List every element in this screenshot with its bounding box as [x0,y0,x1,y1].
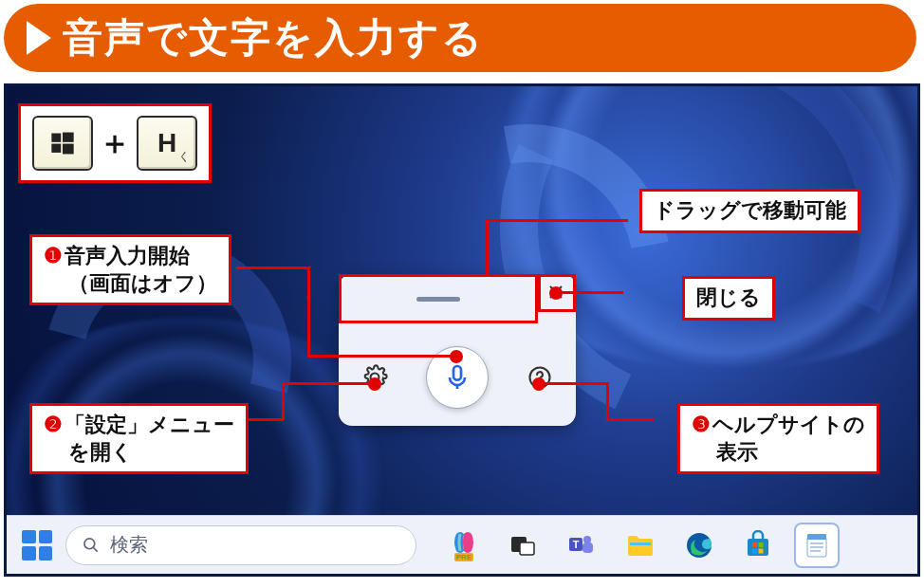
annotation-1: ❶音声入力開始 （画面はオフ） [29,234,231,305]
key-label: H [157,128,176,158]
h-key: H く [137,116,197,171]
copilot-icon: PRE [447,528,481,562]
taskbar-search[interactable]: 検索 [65,525,416,565]
svg-text:T: T [573,539,580,550]
svg-rect-0 [51,134,61,142]
folder-icon [624,529,656,561]
edge-button[interactable] [678,524,720,566]
store-button[interactable] [737,524,779,566]
drag-handle-area[interactable] [339,274,538,323]
svg-rect-18 [748,539,768,556]
taskview-button[interactable] [502,524,544,566]
svg-rect-21 [752,548,757,553]
notepad-button[interactable] [796,524,838,566]
desktop-screenshot: ＋ H く ドラッグで移動可能 閉じる ❶音声入力開始 （画面はオフ） ❷「設定… [4,83,920,577]
annotation-3: ❸ヘルプサイトの 表示 [677,403,879,474]
store-icon [743,530,773,560]
annotation-2: ❷「設定」メニュー を開く [29,403,249,474]
svg-rect-16 [630,542,651,545]
annotation-close: 閉じる [682,276,775,321]
svg-text:PRE: PRE [456,553,472,561]
svg-point-14 [583,536,591,543]
svg-rect-2 [51,144,61,153]
svg-rect-20 [759,542,764,547]
annotation-drag: ドラッグで移動可能 [639,189,860,233]
edge-icon [684,530,714,560]
explorer-button[interactable] [619,524,661,566]
svg-rect-3 [63,144,74,155]
taskview-icon [508,531,537,560]
key-sublabel: く [178,149,190,165]
search-placeholder: 検索 [110,532,148,558]
svg-rect-15 [582,542,593,553]
svg-rect-24 [807,534,826,540]
copilot-button[interactable]: PRE [443,524,485,566]
taskbar: 検索 PRE T [7,515,917,574]
section-title: 音声で文字を入力する [63,11,484,64]
shortcut-key-callout: ＋ H く [18,103,212,183]
start-button[interactable] [16,524,58,566]
notepad-icon [802,530,832,560]
svg-rect-11 [520,542,534,555]
search-icon [82,536,101,555]
play-triangle-icon [27,21,51,55]
plus-sign: ＋ [99,121,131,165]
windows-logo-icon [49,130,76,156]
windows-key [32,116,93,171]
section-title-banner: 音声で文字を入力する [4,4,916,72]
drag-handle-icon [416,297,460,302]
teams-icon: T [566,530,597,560]
svg-point-7 [84,538,95,548]
svg-rect-1 [63,133,74,142]
svg-rect-19 [752,542,757,547]
microphone-icon [442,362,472,393]
svg-rect-4 [453,366,461,380]
svg-rect-22 [759,548,764,553]
teams-button[interactable]: T [561,524,602,566]
